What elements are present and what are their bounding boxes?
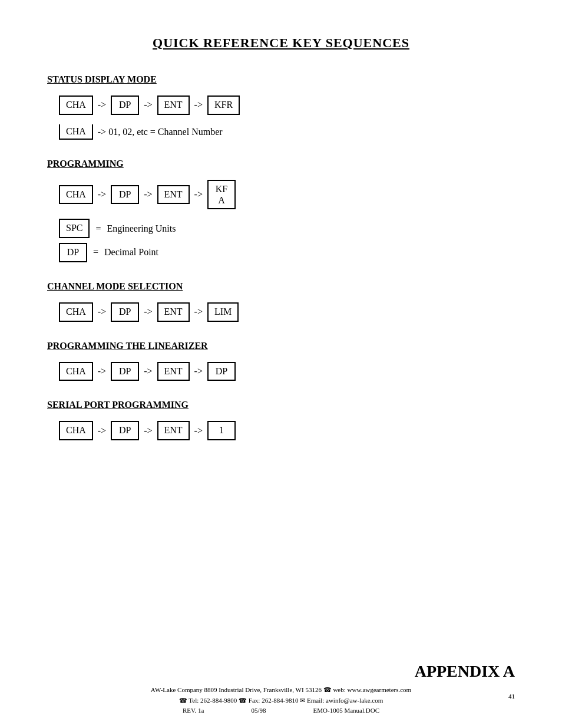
- sequence-programming-main: CHA -> DP -> ENT -> KFA: [59, 180, 515, 209]
- key-dp-ser: DP: [111, 421, 139, 440]
- key-cha-lin: CHA: [59, 362, 93, 381]
- label-spc-line: SPC = Engineering Units: [59, 219, 515, 238]
- arrow-2: ->: [144, 100, 152, 110]
- key-ent-ser: ENT: [157, 421, 190, 440]
- appendix-title: APPENDIX A: [415, 662, 515, 681]
- footer-line3: REV. 1a 05/98 EMO-1005 Manual.DOC: [0, 706, 562, 716]
- key-cha: CHA: [59, 95, 93, 115]
- eq-spc: =: [95, 223, 101, 234]
- appendix-block: APPENDIX A: [415, 662, 515, 681]
- key-ent-prog: ENT: [157, 185, 190, 205]
- section-serial-port: SERIAL PORT PROGRAMMING CHA -> DP -> ENT…: [47, 400, 515, 440]
- arrow-p3: ->: [194, 189, 203, 200]
- eq-dp: =: [93, 247, 98, 258]
- page-title: QUICK REFERENCE KEY SEQUENCES: [47, 35, 515, 51]
- label-spc-text: Engineering Units: [107, 223, 176, 234]
- key-kfr: KFR: [207, 95, 240, 115]
- note-cha-text: -> 01, 02, etc = Channel Number: [98, 127, 223, 137]
- key-cha-prog: CHA: [59, 185, 93, 205]
- section-linearizer: PROGRAMMING THE LINEARIZER CHA -> DP -> …: [47, 341, 515, 381]
- key-dp-lin2: DP: [207, 362, 236, 381]
- key-spc: SPC: [59, 219, 90, 238]
- sequence-linearizer-main: CHA -> DP -> ENT -> DP: [59, 362, 515, 381]
- section-channel-mode: CHANNEL MODE SELECTION CHA -> DP -> ENT …: [47, 281, 515, 322]
- key-cha-ser: CHA: [59, 421, 93, 440]
- key-dp-lin: DP: [111, 362, 139, 381]
- key-dp: DP: [111, 95, 139, 115]
- arrow-1: ->: [98, 100, 106, 110]
- footer-date: 05/98: [251, 706, 266, 716]
- arrow-l1: ->: [98, 366, 106, 377]
- label-dp-text: Decimal Point: [104, 247, 158, 258]
- footer-line2: ☎ Tel: 262-884-9800 ☎ Fax: 262-884-9810 …: [0, 696, 562, 706]
- footer-line1: AW-Lake Company 8809 Industrial Drive, F…: [0, 685, 562, 696]
- arrow-3: ->: [194, 100, 203, 110]
- key-dp-chan: DP: [111, 302, 139, 322]
- key-1: 1: [207, 421, 236, 440]
- key-lim: LIM: [207, 302, 239, 322]
- key-ent-chan: ENT: [157, 302, 190, 322]
- footer-rev: REV. 1a: [183, 706, 204, 716]
- section-title-linearizer: PROGRAMMING THE LINEARIZER: [47, 341, 515, 351]
- arrow-c2: ->: [144, 307, 152, 317]
- key-cha-chan: CHA: [59, 302, 93, 322]
- key-ent: ENT: [157, 95, 190, 115]
- section-title-serial: SERIAL PORT PROGRAMMING: [47, 400, 515, 410]
- arrow-p1: ->: [98, 189, 106, 200]
- key-kfa: KFA: [207, 180, 236, 209]
- sequence-channel-main: CHA -> DP -> ENT -> LIM: [59, 302, 515, 322]
- section-title-channel: CHANNEL MODE SELECTION: [47, 281, 515, 292]
- key-cha-note: CHA: [59, 124, 93, 140]
- key-dp-label: DP: [59, 243, 87, 262]
- section-title-status: STATUS DISPLAY MODE: [47, 74, 515, 85]
- arrow-l2: ->: [144, 366, 152, 377]
- key-dp-prog: DP: [111, 185, 139, 205]
- footer-doc: EMO-1005 Manual.DOC: [313, 706, 379, 716]
- section-status-display-mode: STATUS DISPLAY MODE CHA -> DP -> ENT -> …: [47, 74, 515, 140]
- key-ent-lin: ENT: [157, 362, 190, 381]
- arrow-l3: ->: [194, 366, 203, 377]
- sequence-serial-main: CHA -> DP -> ENT -> 1: [59, 421, 515, 440]
- page-number: 41: [508, 693, 515, 700]
- section-title-programming: PROGRAMMING: [47, 159, 515, 169]
- arrow-p2: ->: [144, 189, 152, 200]
- arrow-s1: ->: [98, 426, 106, 436]
- arrow-s2: ->: [144, 426, 152, 436]
- arrow-c1: ->: [98, 307, 106, 317]
- footer: AW-Lake Company 8809 Industrial Drive, F…: [0, 685, 562, 716]
- label-dp-line: DP = Decimal Point: [59, 243, 515, 262]
- arrow-s3: ->: [194, 426, 203, 436]
- section-programming: PROGRAMMING CHA -> DP -> ENT -> KFA SPC …: [47, 159, 515, 262]
- arrow-c3: ->: [194, 307, 203, 317]
- sequence-status-main: CHA -> DP -> ENT -> KFR: [59, 95, 515, 115]
- note-cha-line: CHA -> 01, 02, etc = Channel Number: [59, 124, 515, 140]
